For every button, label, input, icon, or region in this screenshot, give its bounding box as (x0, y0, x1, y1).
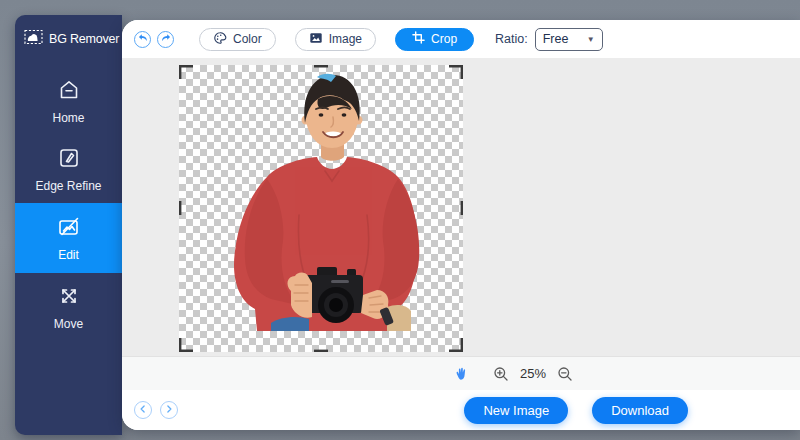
sidebar-item-edit[interactable]: Edit (15, 203, 122, 273)
move-icon (56, 283, 82, 313)
palette-icon (213, 31, 227, 48)
download-button[interactable]: Download (592, 397, 688, 424)
pan-hand-tool[interactable] (453, 366, 469, 382)
chevron-right-icon (163, 401, 175, 419)
app-title: BG Remover (49, 32, 119, 46)
undo-arrow-icon (137, 30, 149, 48)
sidebar-nav: Home Edge Refine (15, 67, 122, 341)
edge-refine-icon (56, 145, 82, 175)
previous-image-button[interactable] (134, 401, 152, 419)
sidebar-item-label: Move (54, 317, 83, 331)
image-button-label: Image (329, 32, 362, 46)
sidebar: BG Remover Home Edg (15, 15, 122, 435)
sidebar-item-label: Home (52, 111, 84, 125)
redo-button[interactable] (157, 31, 174, 48)
crop-handles[interactable] (179, 65, 463, 352)
image-icon (309, 31, 323, 48)
sidebar-item-label: Edit (58, 248, 79, 262)
canvas-area[interactable] (122, 58, 800, 356)
ratio-label: Ratio: (495, 32, 528, 46)
app-logo: BG Remover (15, 15, 122, 49)
color-button[interactable]: Color (199, 28, 276, 51)
redo-arrow-icon (160, 30, 172, 48)
next-image-button[interactable] (160, 401, 178, 419)
transparent-image-canvas[interactable] (179, 65, 463, 352)
color-button-label: Color (233, 32, 262, 46)
app-window: BG Remover Home Edg (0, 0, 800, 440)
chevron-down-icon: ▼ (587, 35, 595, 44)
edit-image-icon (56, 214, 82, 244)
crop-button[interactable]: Crop (395, 28, 474, 51)
sidebar-item-edge-refine[interactable]: Edge Refine (15, 135, 122, 203)
ratio-group: Ratio: Free ▼ (495, 28, 603, 51)
home-icon (56, 77, 82, 107)
bg-remover-logo-icon (24, 28, 44, 49)
crop-button-label: Crop (431, 32, 457, 46)
ratio-select[interactable]: Free ▼ (535, 28, 603, 51)
image-button[interactable]: Image (295, 28, 376, 51)
zoom-level-value: 25% (520, 366, 546, 381)
main-panel: Color Image (122, 20, 800, 430)
new-image-button[interactable]: New Image (464, 397, 568, 424)
footer-bar: New Image Download (122, 390, 800, 430)
zoom-statusbar: 25% (122, 356, 800, 390)
undo-button[interactable] (134, 31, 151, 48)
crop-icon (412, 31, 425, 47)
zoom-out-button[interactable] (557, 366, 573, 382)
sidebar-item-home[interactable]: Home (15, 67, 122, 135)
toolbar: Color Image (122, 20, 800, 58)
sidebar-item-move[interactable]: Move (15, 273, 122, 341)
zoom-in-button[interactable] (493, 366, 509, 382)
chevron-left-icon (137, 401, 149, 419)
ratio-selected-value: Free (543, 32, 569, 46)
sidebar-item-label: Edge Refine (35, 179, 101, 193)
